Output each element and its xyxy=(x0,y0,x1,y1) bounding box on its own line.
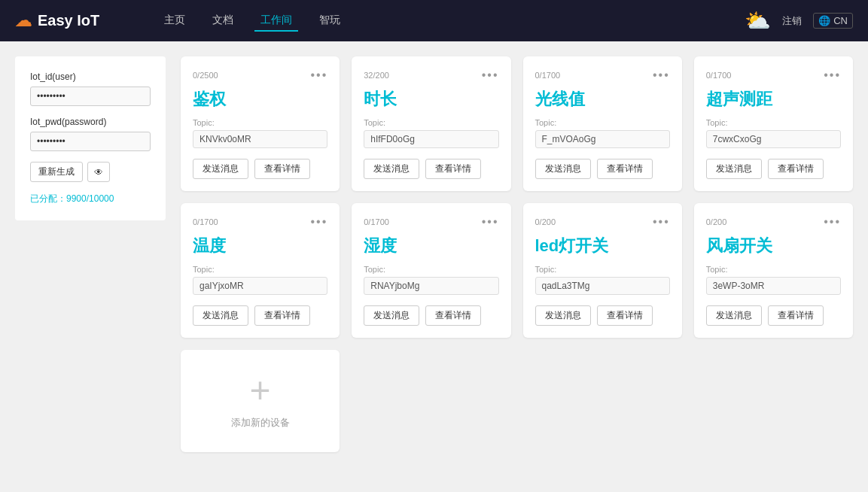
card-topic-input-2[interactable] xyxy=(535,130,670,148)
card-topic-input-4[interactable] xyxy=(193,277,327,295)
header-right: ⛅ 注销 🌐 CN xyxy=(745,8,853,33)
card-more-4[interactable]: ••• xyxy=(310,215,327,229)
detail-button-0[interactable]: 查看详情 xyxy=(254,159,310,179)
card-title-0: 鉴权 xyxy=(193,88,327,111)
detail-button-5[interactable]: 查看详情 xyxy=(425,305,481,326)
card-topic-label-5: Topic: xyxy=(364,265,498,274)
card-title-2: 光线值 xyxy=(535,88,670,111)
card-topic-input-7[interactable] xyxy=(706,277,841,295)
iot-id-input[interactable] xyxy=(30,87,151,106)
device-card-4: 0/1700 ••• 温度 Topic: 发送消息 查看详情 xyxy=(181,203,340,338)
sidebar-buttons: 重新生成 👁 xyxy=(30,162,151,182)
card-title-5: 湿度 xyxy=(364,235,498,257)
card-actions-1: 发送消息 查看详情 xyxy=(364,159,498,179)
device-card-1: 32/200 ••• 时长 Topic: 发送消息 查看详情 xyxy=(352,56,510,191)
send-button-1[interactable]: 发送消息 xyxy=(364,159,419,179)
card-count-5: 0/1700 xyxy=(364,217,389,226)
card-more-1[interactable]: ••• xyxy=(482,68,499,82)
send-button-4[interactable]: 发送消息 xyxy=(193,305,248,326)
detail-button-2[interactable]: 查看详情 xyxy=(597,159,653,179)
iot-pwd-label: Iot_pwd(password) xyxy=(30,117,151,127)
card-actions-7: 发送消息 查看详情 xyxy=(706,305,841,326)
detail-button-3[interactable]: 查看详情 xyxy=(768,159,824,179)
header: ☁ Easy IoT 主页文档工作间智玩 ⛅ 注销 🌐 CN xyxy=(0,0,868,41)
card-actions-2: 发送消息 查看详情 xyxy=(535,159,670,179)
logo-text: Easy IoT xyxy=(38,12,99,29)
card-count-4: 0/1700 xyxy=(193,217,218,226)
nav-item-工作间[interactable]: 工作间 xyxy=(254,11,298,32)
detail-button-1[interactable]: 查看详情 xyxy=(425,159,481,179)
iot-id-label: Iot_id(user) xyxy=(30,71,151,82)
main-nav: 主页文档工作间智玩 xyxy=(158,11,722,32)
card-title-7: 风扇开关 xyxy=(706,235,841,257)
detail-button-7[interactable]: 查看详情 xyxy=(768,305,824,326)
allocated-prefix: 已分配： xyxy=(30,193,66,204)
card-more-0[interactable]: ••• xyxy=(310,68,327,82)
card-title-4: 温度 xyxy=(193,235,327,257)
card-title-1: 时长 xyxy=(364,88,498,111)
card-header-1: 32/200 ••• xyxy=(364,68,498,82)
card-actions-3: 发送消息 查看详情 xyxy=(706,159,841,179)
card-count-3: 0/1700 xyxy=(706,71,732,80)
add-label: 添加新的设备 xyxy=(231,416,290,430)
card-topic-label-6: Topic: xyxy=(535,265,670,274)
card-title-3: 超声测距 xyxy=(706,88,841,111)
lang-button[interactable]: 🌐 CN xyxy=(813,13,853,29)
detail-button-6[interactable]: 查看详情 xyxy=(597,305,653,326)
card-header-2: 0/1700 ••• xyxy=(535,68,670,82)
card-topic-input-1[interactable] xyxy=(364,130,498,148)
card-topic-input-3[interactable] xyxy=(706,130,841,148)
send-button-7[interactable]: 发送消息 xyxy=(706,305,762,326)
sidebar: Iot_id(user) Iot_pwd(password) 重新生成 👁 已分… xyxy=(15,56,166,220)
device-card-2: 0/1700 ••• 光线值 Topic: 发送消息 查看详情 xyxy=(523,56,682,191)
card-actions-4: 发送消息 查看详情 xyxy=(193,305,327,326)
card-count-1: 32/200 xyxy=(364,71,389,80)
logo: ☁ Easy IoT xyxy=(15,11,136,31)
card-count-0: 0/2500 xyxy=(193,71,218,80)
add-device-card[interactable]: + 添加新的设备 xyxy=(181,350,340,452)
card-count-7: 0/200 xyxy=(706,217,727,226)
card-more-3[interactable]: ••• xyxy=(824,68,841,82)
globe-icon: 🌐 xyxy=(818,15,830,26)
send-button-0[interactable]: 发送消息 xyxy=(193,159,248,179)
card-actions-0: 发送消息 查看详情 xyxy=(193,159,327,179)
device-card-6: 0/200 ••• led灯开关 Topic: 发送消息 查看详情 xyxy=(523,203,682,338)
device-card-0: 0/2500 ••• 鉴权 Topic: 发送消息 查看详情 xyxy=(181,56,340,191)
send-button-3[interactable]: 发送消息 xyxy=(706,159,762,179)
card-topic-label-7: Topic: xyxy=(706,265,841,274)
send-button-2[interactable]: 发送消息 xyxy=(535,159,591,179)
card-topic-label-4: Topic: xyxy=(193,265,327,274)
card-header-7: 0/200 ••• xyxy=(706,215,841,229)
card-topic-input-5[interactable] xyxy=(364,277,498,295)
card-topic-input-0[interactable] xyxy=(193,130,327,148)
cloud-icon: ⛅ xyxy=(745,8,771,33)
send-button-5[interactable]: 发送消息 xyxy=(364,305,419,326)
logout-button[interactable]: 注销 xyxy=(782,14,802,28)
nav-item-文档[interactable]: 文档 xyxy=(206,11,239,32)
iot-pwd-input[interactable] xyxy=(30,132,151,151)
card-count-2: 0/1700 xyxy=(535,71,561,80)
nav-item-智玩[interactable]: 智玩 xyxy=(313,11,346,32)
detail-button-4[interactable]: 查看详情 xyxy=(254,305,310,326)
card-actions-5: 发送消息 查看详情 xyxy=(364,305,498,326)
card-header-4: 0/1700 ••• xyxy=(193,215,327,229)
regen-button[interactable]: 重新生成 xyxy=(30,162,83,182)
send-button-6[interactable]: 发送消息 xyxy=(535,305,591,326)
card-header-0: 0/2500 ••• xyxy=(193,68,327,82)
card-header-5: 0/1700 ••• xyxy=(364,215,498,229)
card-more-7[interactable]: ••• xyxy=(824,215,841,229)
card-more-5[interactable]: ••• xyxy=(482,215,499,229)
card-topic-input-6[interactable] xyxy=(535,277,670,295)
nav-item-主页[interactable]: 主页 xyxy=(158,11,191,32)
device-card-5: 0/1700 ••• 湿度 Topic: 发送消息 查看详情 xyxy=(352,203,510,338)
card-more-6[interactable]: ••• xyxy=(653,215,670,229)
allocated-used: 9900 xyxy=(66,193,87,204)
main-layout: Iot_id(user) Iot_pwd(password) 重新生成 👁 已分… xyxy=(0,41,868,492)
card-topic-label-1: Topic: xyxy=(364,118,498,127)
card-header-3: 0/1700 ••• xyxy=(706,68,841,82)
card-topic-label-2: Topic: xyxy=(535,118,670,127)
card-topic-label-3: Topic: xyxy=(706,118,841,127)
card-more-2[interactable]: ••• xyxy=(653,68,670,82)
card-actions-6: 发送消息 查看详情 xyxy=(535,305,670,326)
eye-button[interactable]: 👁 xyxy=(87,162,110,182)
